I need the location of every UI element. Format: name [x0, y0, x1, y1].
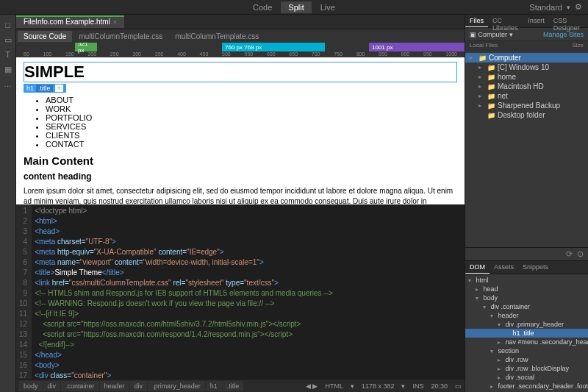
file-tree-item[interactable]: ▸📁[C] Windows 10: [465, 63, 588, 72]
panel-tab[interactable]: CSS Designer: [549, 15, 588, 27]
settings-icon[interactable]: ⚙: [575, 2, 582, 12]
preview-para: Lorem ipsum dolor sit amet, consectetur …: [24, 186, 457, 204]
breadcrumb-item[interactable]: .container: [61, 381, 99, 391]
preview-nav: ABOUTWORKPORTFOLIOSERVICESCLIENTSCONTACT: [46, 96, 457, 149]
file-tree-item[interactable]: ▸📁Sharpened Backup: [465, 101, 588, 110]
dom-tree: ▾ html▸ head▾ body▾ div .container▾ head…: [465, 274, 588, 392]
close-icon[interactable]: ×: [113, 18, 117, 26]
nav-item: PORTFOLIO: [46, 113, 457, 122]
dom-tree-item[interactable]: ▸ nav #menu .secondary_header: [465, 338, 588, 346]
dom-tree-item[interactable]: ▾ section: [465, 346, 588, 355]
panel-tab[interactable]: DOM: [465, 261, 490, 274]
live-preview[interactable]: SIMPLE h1 .title + ABOUTWORKPORTFOLIOSER…: [16, 57, 465, 204]
left-toolbar: □ ▭ T ▦ …: [0, 15, 16, 392]
site-dropdown[interactable]: Computer: [478, 31, 508, 38]
file-tab[interactable]: FileInfo.com Example.html ×: [16, 15, 124, 28]
dom-tree-item[interactable]: ▸ div .row: [465, 355, 588, 364]
nav-item: WORK: [46, 104, 457, 113]
view-split[interactable]: Split: [281, 1, 311, 13]
breadcrumb-item[interactable]: header: [100, 381, 129, 391]
dom-tree-item[interactable]: ▾ html: [465, 276, 588, 285]
source-tab[interactable]: multiColumnTemplate.css: [169, 31, 265, 42]
breadcrumb-item[interactable]: .title: [223, 381, 244, 391]
overflow-icon[interactable]: ▭: [455, 382, 462, 390]
breadcrumb-item[interactable]: h1: [206, 381, 222, 391]
selection-badge[interactable]: h1 .title +: [24, 84, 66, 93]
dom-tree-item[interactable]: ▾ header: [465, 311, 588, 320]
dom-tree-item[interactable]: ▾ div .primary_header: [465, 320, 588, 329]
code-editor[interactable]: 1234567891011121314151617181920212223242…: [16, 204, 465, 379]
view-code[interactable]: Code: [245, 1, 279, 13]
tool-dom-icon[interactable]: ▭: [0, 32, 15, 47]
breadcrumb-item[interactable]: body: [19, 381, 43, 391]
tool-selector-icon[interactable]: □: [0, 18, 15, 32]
media-query-band[interactable]: 1001 px: [369, 43, 465, 51]
dom-tree-item[interactable]: ▸ head: [465, 285, 588, 293]
nav-item: CONTACT: [46, 140, 457, 149]
file-tree: ▸📁Computer▸📁[C] Windows 10▸📁home▸📁Macint…: [465, 51, 588, 121]
preview-h1[interactable]: SIMPLE: [24, 62, 457, 82]
nav-item: CLIENTS: [46, 131, 457, 140]
panel-tab[interactable]: Files: [465, 15, 488, 27]
breadcrumb-item[interactable]: .primary_header: [148, 381, 205, 391]
dom-tree-item[interactable]: ▸ div .social: [465, 373, 588, 382]
tool-image-icon[interactable]: ▦: [0, 62, 15, 76]
file-tree-item[interactable]: ▸📁net: [465, 91, 588, 101]
breadcrumb-item[interactable]: div: [43, 381, 61, 391]
status-pos: 20:30: [431, 382, 448, 390]
preview-h3: content heading: [24, 171, 457, 182]
media-ruler: 5010015020025030035040045050055060065070…: [16, 43, 465, 57]
view-live[interactable]: Live: [313, 1, 343, 13]
media-query-band[interactable]: 321 px: [75, 43, 97, 51]
source-tab[interactable]: multiColumnTemplate.css: [73, 31, 168, 42]
panel-tab[interactable]: Snippets: [518, 261, 553, 274]
panel-tab[interactable]: CC Libraries: [488, 15, 523, 27]
file-tab-label: FileInfo.com Example.html: [24, 18, 110, 26]
dom-tree-item[interactable]: h1 .title: [465, 329, 588, 338]
panel-tab[interactable]: Assets: [490, 261, 518, 274]
tool-text-icon[interactable]: T: [0, 47, 15, 62]
breadcrumb-item[interactable]: div: [130, 381, 148, 391]
dom-tree-item[interactable]: ▸ div .row .blockDisplay: [465, 364, 588, 373]
dom-tree-item[interactable]: ▸ footer .secondary_header .footer: [465, 382, 588, 391]
tool-expand-icon[interactable]: …: [0, 76, 15, 91]
dom-panel-tabs: DOMAssetsSnippets: [465, 261, 588, 274]
view-switcher: CodeSplitLive: [245, 1, 343, 13]
preview-h2: Main Content: [24, 154, 457, 167]
files-panel-tabs: FilesCC LibrariesInsertCSS Designer: [465, 15, 588, 28]
file-tree-item[interactable]: ▸📁Macintosh HD: [465, 82, 588, 91]
nav-item: ABOUT: [46, 96, 457, 104]
manage-sites-link[interactable]: Manage Sites: [543, 31, 584, 38]
nav-item: SERVICES: [46, 122, 457, 131]
refresh-icon[interactable]: ⟳: [566, 249, 573, 259]
status-dims: 1178 x 382: [362, 382, 395, 390]
dom-tree-item[interactable]: ▾ div .container: [465, 302, 588, 311]
status-lang[interactable]: HTML: [325, 382, 343, 390]
dom-tree-item[interactable]: ▾ body: [465, 293, 588, 302]
file-tree-item[interactable]: ▸📁home: [465, 72, 588, 82]
status-mode: INS: [412, 382, 423, 390]
source-tabs: Source CodemultiColumnTemplate.cssmultiC…: [16, 29, 465, 43]
layout-dropdown[interactable]: Standard: [529, 3, 562, 12]
file-tree-item[interactable]: ▸📁Computer: [465, 53, 588, 63]
panel-tab[interactable]: Insert: [523, 15, 549, 27]
sync-icon[interactable]: ⊙: [577, 249, 584, 259]
file-tree-item[interactable]: 📁Desktop folder: [465, 110, 588, 120]
media-query-band[interactable]: 760 px 768 px: [222, 43, 325, 51]
status-bar: bodydiv.containerheaderdiv.primary_heade…: [16, 379, 465, 392]
source-tab[interactable]: Source Code: [18, 31, 72, 42]
